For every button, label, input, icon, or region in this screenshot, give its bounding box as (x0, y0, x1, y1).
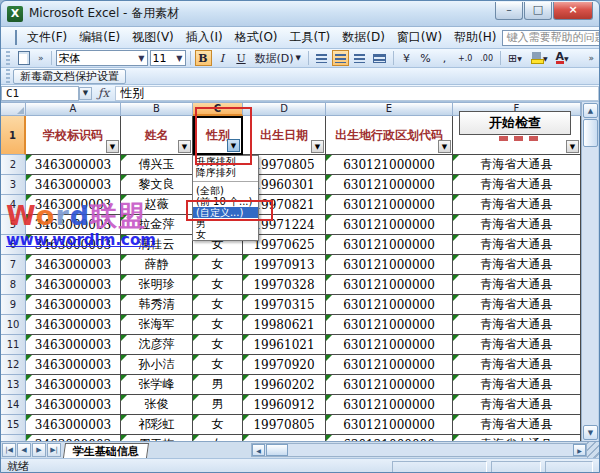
row-number[interactable]: 11 (1, 335, 26, 355)
antivirus-doc-protect-button[interactable]: 新毒霸文档保护设置 (13, 69, 126, 84)
cell-b[interactable]: 祁彩虹 (121, 415, 193, 435)
row-number[interactable]: 5 (1, 215, 26, 235)
tab-first-icon[interactable]: |◀ (2, 443, 16, 457)
filter-menu-item[interactable]: (全部) (193, 185, 258, 196)
cell-d[interactable]: 19970328 (243, 275, 326, 295)
cell-b[interactable]: 张学峰 (121, 375, 193, 395)
cell-c[interactable]: 女 (193, 315, 243, 335)
cell-e[interactable]: 630121000000 (326, 335, 453, 355)
cell-e[interactable]: 630121000000 (326, 355, 453, 375)
cell-d[interactable]: 19960912 (243, 395, 326, 415)
horizontal-scrollbar[interactable]: ◀ ▶ (251, 443, 587, 457)
cell-e[interactable]: 630121000000 (326, 415, 453, 435)
fill-color-button[interactable]: ▼ (527, 50, 551, 66)
header-cell-c1-selected[interactable]: 性别 ▼ (193, 116, 243, 155)
filter-menu-item[interactable]: (自定义...) (193, 207, 258, 218)
filter-menu-item[interactable]: 降序排列 (193, 167, 258, 178)
cell-a[interactable]: 3463000003 (26, 255, 121, 275)
sheet-tab-active[interactable]: 学生基础信息 (63, 443, 149, 458)
menu-item[interactable]: 视图(V) (126, 27, 180, 48)
align-center-button[interactable] (332, 50, 349, 66)
cell-b[interactable]: 张明珍 (121, 275, 193, 295)
column-header-C[interactable]: C (193, 102, 243, 116)
filter-menu-item[interactable]: 升序排列 (193, 156, 258, 167)
header-cell-d1[interactable]: 出生日期 ▼ (243, 116, 326, 155)
filter-menu-item[interactable]: 男 (193, 218, 258, 229)
cell-a[interactable]: 3463000003 (26, 155, 121, 175)
underline-button[interactable]: U (233, 50, 250, 66)
cell-b[interactable]: 张海军 (121, 315, 193, 335)
cell-c[interactable]: 女 (193, 255, 243, 275)
cell-f[interactable]: 青海省大通县 (453, 235, 581, 255)
filter-dropdown-icon[interactable]: ▼ (227, 139, 240, 152)
cell-e[interactable]: 630121000000 (326, 235, 453, 255)
cell-e[interactable]: 630121000000 (326, 195, 453, 215)
italic-button[interactable]: I (214, 50, 231, 66)
cell-a[interactable]: 3463000003 (26, 375, 121, 395)
cell-b[interactable]: 韩秀清 (121, 295, 193, 315)
menu-item[interactable]: 格式(O) (229, 27, 284, 48)
filter-dropdown-icon[interactable]: ▼ (311, 140, 324, 153)
row-number[interactable]: 7 (1, 255, 26, 275)
increase-decimal-button[interactable]: +.0 (455, 50, 475, 66)
cell-a[interactable]: 3463000003 (26, 415, 121, 435)
row-number[interactable]: 4 (1, 195, 26, 215)
cell-a[interactable]: 3463000003 (26, 235, 121, 255)
cell-a[interactable]: 3463000003 (26, 395, 121, 415)
font-size-select[interactable]: 11▼ (150, 50, 186, 66)
row-number[interactable]: 1 (1, 116, 26, 155)
cell-d[interactable]: 19970920 (243, 355, 326, 375)
cell-b[interactable]: 傅兴玉 (121, 155, 193, 175)
cell-a[interactable]: 3463000003 (26, 215, 121, 235)
filter-dropdown-icon[interactable]: ▼ (438, 140, 451, 153)
toolbar-options-icon[interactable]: » (585, 53, 597, 63)
filter-dropdown-icon[interactable]: ▼ (106, 140, 119, 153)
scroll-up-icon[interactable]: ▲ (583, 103, 598, 118)
menu-item[interactable]: 工具(T) (284, 27, 337, 48)
cell-b[interactable]: 孙小洁 (121, 355, 193, 375)
row-number[interactable]: 12 (1, 355, 26, 375)
scroll-down-icon[interactable]: ▼ (583, 425, 598, 440)
menu-item[interactable]: 文件(F) (21, 27, 73, 48)
resize-grip[interactable] (587, 442, 599, 458)
comma-button[interactable]: , (436, 50, 453, 66)
cell-c[interactable]: 男 (193, 395, 243, 415)
column-header-B[interactable]: B (121, 102, 193, 116)
cell-e[interactable]: 630121000000 (326, 155, 453, 175)
cell-b[interactable]: 满桂云 (121, 235, 193, 255)
merge-center-button[interactable] (370, 50, 389, 66)
filter-menu-item[interactable]: 女 (193, 229, 258, 240)
toolbar-grip[interactable] (6, 51, 10, 65)
scroll-right-icon[interactable]: ▶ (573, 444, 586, 456)
align-right-button[interactable] (351, 50, 368, 66)
cell-a[interactable]: 3463000003 (26, 315, 121, 335)
cell-f[interactable]: 青海省大通县 (453, 275, 581, 295)
cell-a[interactable]: 3463000003 (26, 275, 121, 295)
cell-a[interactable]: 3463000003 (26, 195, 121, 215)
cell-e[interactable]: 630121000000 (326, 255, 453, 275)
cell-e[interactable]: 630121000000 (326, 295, 453, 315)
cell-d[interactable]: 19960202 (243, 375, 326, 395)
align-left-button[interactable] (313, 50, 330, 66)
cell-b[interactable]: 拉金萍 (121, 215, 193, 235)
cell-c[interactable]: 女 (193, 415, 243, 435)
decrease-decimal-button[interactable]: .00 (477, 50, 496, 66)
tab-next-icon[interactable]: ▶ (32, 443, 46, 457)
formula-input[interactable]: 性别 (115, 86, 599, 101)
cell-f[interactable]: 青海省大通县 (453, 315, 581, 335)
row-number[interactable]: 2 (1, 155, 26, 175)
borders-button[interactable]: ⊞▼ (505, 50, 525, 66)
row-number[interactable]: 3 (1, 175, 26, 195)
filter-dropdown-icon[interactable]: ▼ (178, 140, 191, 153)
select-all-corner[interactable] (1, 102, 26, 116)
cell-d[interactable]: 19961021 (243, 335, 326, 355)
cell-a[interactable]: 3463000003 (26, 355, 121, 375)
menu-item[interactable]: 编辑(E) (73, 27, 126, 48)
cell-b[interactable]: 张俊 (121, 395, 193, 415)
cell-b[interactable]: 沈彦萍 (121, 335, 193, 355)
menu-item[interactable]: 数据(D) (336, 27, 391, 48)
row-number[interactable]: 9 (1, 295, 26, 315)
menu-item[interactable]: 窗口(W) (391, 27, 448, 48)
percent-button[interactable]: % (417, 50, 434, 66)
toolbar-overflow-icon[interactable]: » (35, 53, 47, 63)
